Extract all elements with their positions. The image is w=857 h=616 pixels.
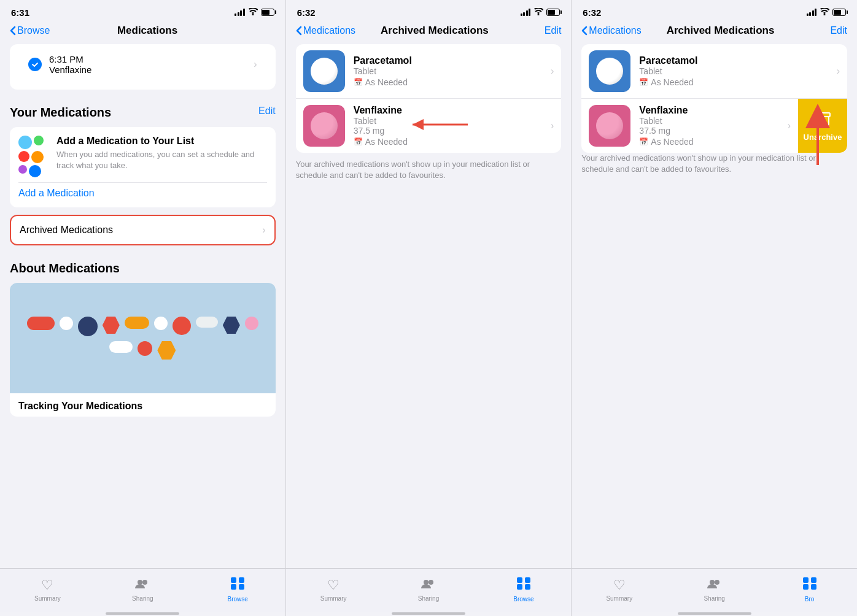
about-card: Tracking Your Medications [10,283,276,417]
svg-rect-8 [517,577,522,583]
wifi-icon-2 [533,7,543,18]
venflaxine-type-2: Tablet [354,116,551,126]
nav-bar-1: Browse Medications [0,22,285,42]
tab-summary-label-1: Summary [34,595,61,602]
edit-button-3[interactable]: Edit [830,25,847,36]
tab-sharing-2[interactable]: Sharing [381,572,476,606]
status-bar-2: 6:32 [286,0,572,22]
svg-rect-17 [811,577,816,583]
phone-1: 6:31 Browse Medications [0,0,286,616]
svg-point-15 [715,580,719,585]
venflaxine-schedule-3: 📅 As Needed [639,137,787,147]
tab-browse-3[interactable]: Bro [762,572,857,606]
tab-browse-label-1: Browse [228,596,248,603]
notification-row[interactable]: 6:31 PM Venflaxine › [20,47,266,82]
venflaxine-row-3[interactable]: Venflaxine Tablet 37.5 mg 📅 As Needed › [581,99,798,153]
tab-sharing-3[interactable]: Sharing [667,572,762,606]
status-time-2: 6:32 [297,7,316,18]
signal-icon-1 [235,9,245,16]
scroll-content-2: Paracetamol Tablet 📅 As Needed › Venflax… [286,42,572,568]
venflaxine-schedule-2: 📅 As Needed [354,137,551,147]
paracetamol-type-2: Tablet [354,66,551,76]
tab-sharing-label-1: Sharing [132,595,153,602]
tab-browse-label-2: Browse [513,596,533,603]
chevron-icon-para-2: › [551,66,554,77]
notification-time: 6:31 PM [49,54,254,64]
nav-title-1: Medications [19,25,275,37]
heart-icon-3: ♡ [613,577,626,593]
archived-medications-row[interactable]: Archived Medications › [10,215,276,245]
pills-icon [18,136,49,177]
nav-bar-2: Medications Archived Medications Edit [286,22,572,42]
status-time-3: 6:32 [583,7,601,18]
tab-bar-2: ♡ Summary Sharing Browse [286,568,572,612]
status-bar-1: 6:31 [0,0,285,22]
svg-rect-18 [803,584,809,590]
edit-button-2[interactable]: Edit [545,25,562,36]
paracetamol-thumbnail-2 [303,50,345,92]
tab-browse-2[interactable]: Browse [476,572,571,606]
paracetamol-row-2[interactable]: Paracetamol Tablet 📅 As Needed › [296,44,562,99]
tab-summary-label-2: Summary [320,595,347,602]
paracetamol-info-3: Paracetamol Tablet 📅 As Needed [639,55,836,87]
status-icons-1 [235,8,274,17]
scroll-content-1: 6:31 PM Venflaxine › Your Medications Ed… [0,42,285,568]
phone-3: 6:32 Medications Archived Medications Ed… [572,0,857,616]
heart-icon-2: ♡ [327,577,339,593]
venflaxine-thumbnail-2 [303,105,345,147]
archived-note-2: Your archived medications won't show up … [296,159,562,181]
status-icons-2 [521,7,560,18]
tab-browse-label-3: Bro [805,596,815,603]
paracetamol-type-3: Tablet [639,66,836,76]
browse-icon-3 [802,577,817,594]
chevron-icon-archived: › [262,225,265,236]
about-card-title: Tracking Your Medications [10,393,276,417]
calendar-icon-4: 📅 [639,137,648,146]
chevron-icon: › [254,59,257,70]
svg-rect-5 [239,584,244,590]
phone-2: 6:32 Medications Archived Medications Ed… [286,0,572,616]
wifi-icon-3 [820,7,829,18]
battery-icon-1 [261,9,274,16]
archived-meds-list-3: Paracetamol Tablet 📅 As Needed › Venf [581,44,847,153]
add-medication-card: Add a Medication to Your List When you a… [10,127,276,207]
svg-point-7 [429,580,433,585]
chevron-icon-ven-2: › [551,120,554,131]
svg-rect-16 [803,577,809,583]
chevron-icon-ven-3: › [788,120,791,131]
heart-icon-1: ♡ [41,577,53,593]
venflaxine-dose-3: 37.5 mg [639,126,787,136]
nav-title-2: Archived Medications [325,25,545,37]
paracetamol-schedule-3: 📅 As Needed [639,77,836,87]
sharing-icon-1 [135,577,150,593]
battery-icon-3 [832,9,846,16]
tab-sharing-1[interactable]: Sharing [95,572,190,606]
add-medication-link[interactable]: Add a Medication [18,188,267,199]
paracetamol-row-3[interactable]: Paracetamol Tablet 📅 As Needed › [581,44,847,99]
tab-summary-2[interactable]: ♡ Summary [286,572,381,606]
about-section-title: About Medications [0,253,285,280]
wifi-icon-1 [248,8,258,17]
venflaxine-dose-2: 37.5 mg [354,126,551,136]
svg-rect-2 [231,577,236,583]
venflaxine-swipe-row: Venflaxine Tablet 37.5 mg 📅 As Needed › [581,99,847,153]
browse-icon-1 [230,577,245,594]
tab-browse-1[interactable]: Browse [190,572,285,606]
archived-meds-list-2: Paracetamol Tablet 📅 As Needed › Venflax… [296,44,562,153]
tab-summary-1[interactable]: ♡ Summary [0,572,95,606]
venflaxine-name-3: Venflaxine [639,105,787,116]
venflaxine-info-3: Venflaxine Tablet 37.5 mg 📅 As Needed [639,105,787,147]
unarchive-label: Unarchive [804,133,842,142]
tab-summary-3[interactable]: ♡ Summary [572,572,667,606]
unarchive-button[interactable]: Unarchive [798,99,847,153]
calendar-icon-2: 📅 [354,137,363,146]
about-image [10,283,276,393]
status-time-1: 6:31 [11,7,29,18]
paracetamol-name-2: Paracetamol [354,55,551,66]
signal-icon-2 [521,9,531,16]
notification-med: Venflaxine [49,64,254,75]
tab-sharing-label-3: Sharing [704,595,724,602]
venflaxine-row-2[interactable]: Venflaxine Tablet 37.5 mg 📅 As Needed › [296,99,562,153]
edit-button-1[interactable]: Edit [258,106,276,117]
tab-summary-label-3: Summary [606,595,632,602]
